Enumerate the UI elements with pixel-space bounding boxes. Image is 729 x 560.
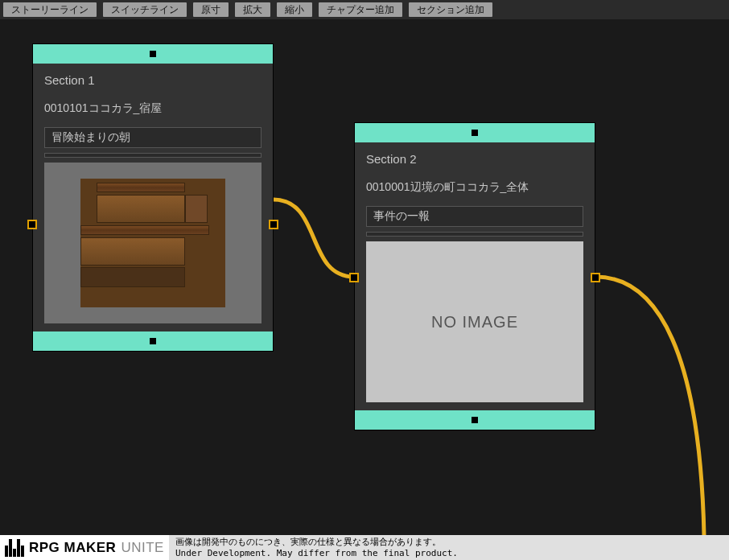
- header-handle-icon: [472, 130, 478, 136]
- node-header[interactable]: [355, 123, 595, 142]
- footer-handle-icon: [472, 417, 478, 423]
- node-map-id: 0010001辺境の町ココカラ_全体: [366, 180, 583, 195]
- actual-size-button[interactable]: 原寸: [193, 2, 229, 17]
- map-preview-empty[interactable]: NO IMAGE: [366, 241, 583, 402]
- input-track: [44, 153, 262, 158]
- node-footer[interactable]: [33, 331, 273, 351]
- footer-bar: RPG MAKER UNITE 画像は開発中のものにつき、実際の仕様と異なる場合…: [0, 535, 729, 560]
- add-section-button[interactable]: セクション追加: [409, 2, 492, 17]
- section-node-2[interactable]: Section 2 0010001辺境の町ココカラ_全体 NO IMAGE: [354, 122, 595, 430]
- node-title: Section 1: [44, 73, 262, 87]
- zoom-out-button[interactable]: 縮小: [277, 2, 312, 17]
- footer-handle-icon: [150, 338, 156, 344]
- input-port[interactable]: [27, 220, 37, 229]
- story-line-button[interactable]: ストーリーライン: [3, 2, 97, 17]
- logo-text-main: RPG MAKER: [29, 540, 116, 556]
- node-map-id: 0010101ココカラ_宿屋: [44, 101, 262, 116]
- section-node-1[interactable]: Section 1 0010101ココカラ_宿屋: [32, 43, 274, 352]
- node-canvas[interactable]: Section 1 0010101ココカラ_宿屋 Section 2 0010: [0, 19, 729, 535]
- input-track: [366, 232, 583, 237]
- section-name-input[interactable]: [44, 127, 262, 148]
- output-port[interactable]: [591, 273, 600, 282]
- add-chapter-button[interactable]: チャプター追加: [319, 2, 402, 17]
- map-preview[interactable]: [44, 163, 262, 323]
- input-port[interactable]: [349, 273, 359, 282]
- node-title: Section 2: [366, 152, 583, 166]
- node-footer[interactable]: [355, 410, 595, 430]
- map-thumbnail: [80, 179, 225, 307]
- section-name-input[interactable]: [366, 206, 583, 227]
- header-handle-icon: [150, 51, 156, 57]
- node-header[interactable]: [33, 44, 273, 64]
- no-image-label: NO IMAGE: [431, 313, 518, 331]
- output-port[interactable]: [269, 220, 278, 229]
- switch-line-button[interactable]: スイッチライン: [103, 2, 187, 17]
- logo-text-sub: UNITE: [121, 540, 164, 556]
- zoom-in-button[interactable]: 拡大: [235, 2, 270, 17]
- logo-icon: [5, 539, 24, 557]
- product-logo: RPG MAKER UNITE: [0, 539, 169, 557]
- disclaimer-text: 画像は開発中のものにつき、実際の仕様と異なる場合があります。 Under Dev…: [169, 535, 729, 560]
- toolbar: ストーリーライン スイッチライン 原寸 拡大 縮小 チャプター追加 セクション追…: [0, 0, 729, 19]
